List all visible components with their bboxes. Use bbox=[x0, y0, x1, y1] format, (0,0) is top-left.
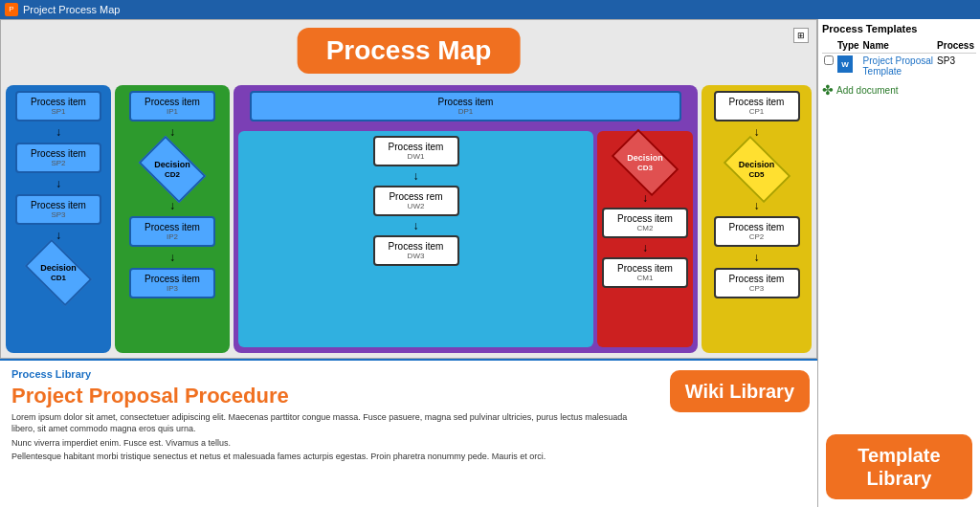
procedure-desc1: Lorem ipsum dolor sit amet, consectetuer… bbox=[11, 412, 651, 434]
expand-icon[interactable]: ⊞ bbox=[793, 28, 809, 43]
proc-label-SP2: Process item bbox=[31, 148, 86, 159]
arrow-UW2-DW3: ↓ bbox=[412, 221, 421, 231]
proc-label-SP3: Process item bbox=[31, 200, 86, 210]
proc-label-CP3: Process item bbox=[729, 274, 785, 284]
arrow-SP1-SP2: ↓ bbox=[54, 127, 63, 137]
proc-SP1[interactable]: Process item SP1 bbox=[15, 91, 101, 121]
bottom-section: Process Library Project Proposal Procedu… bbox=[0, 359, 817, 507]
swimlane-blue: Process item SP1 ↓ Process item SP2 ↓ Pr… bbox=[6, 85, 111, 353]
process-templates-title: Process Templates bbox=[822, 23, 976, 34]
proc-CP1[interactable]: Process item CP1 bbox=[714, 91, 800, 121]
proc-SP3[interactable]: Process item SP3 bbox=[15, 194, 101, 225]
diamond-shape-CD2 bbox=[139, 135, 207, 203]
process-templates-panel: Process Templates Type Name Process W Pr… bbox=[818, 19, 980, 427]
proc-id-DW3: DW3 bbox=[377, 252, 456, 260]
proc-SP2[interactable]: Process item SP2 bbox=[15, 143, 101, 173]
red-lane: DecisionCD3 ↓ Process item CM2 ↓ Process… bbox=[597, 131, 693, 347]
arrow-CD3-CM2: ↓ bbox=[640, 193, 650, 203]
proc-label-DW1: Process item bbox=[389, 142, 444, 152]
right-sidebar: Process Templates Type Name Process W Pr… bbox=[817, 19, 980, 507]
arrow-CD2-IP2: ↓ bbox=[167, 201, 177, 210]
proc-id-CM2: CM2 bbox=[606, 224, 684, 232]
procedure-desc2: Nunc viverra imperdiet enim. Fusce est. … bbox=[11, 438, 651, 448]
proc-DW1[interactable]: Process item DW1 bbox=[373, 136, 459, 166]
proc-UW2[interactable]: Process rem UW2 bbox=[373, 186, 459, 216]
content-area: Process Map ⊞ Process item SP1 ↓ Process… bbox=[0, 19, 817, 507]
add-document-link[interactable]: ✤ Add document bbox=[822, 82, 976, 98]
swimlane-purple: Process item DP1 Process item DW1 ↓ bbox=[234, 85, 698, 353]
proc-IP3[interactable]: Process item IP3 bbox=[129, 268, 215, 298]
top-bar: P Project Process Map bbox=[0, 0, 980, 19]
top-bar-title: Project Process Map bbox=[23, 4, 120, 15]
row-checkbox[interactable] bbox=[822, 54, 835, 79]
add-doc-icon: ✤ bbox=[822, 82, 834, 98]
proc-CP2[interactable]: Process item CP2 bbox=[714, 216, 800, 247]
proc-id-CM1: CM1 bbox=[606, 274, 684, 282]
proc-id-IP2: IP2 bbox=[133, 232, 212, 241]
proc-label-IP3: Process item bbox=[145, 274, 200, 284]
template-row-1: W Project Proposal Template SP3 bbox=[822, 54, 976, 79]
cyan-lane: Process item DW1 ↓ Process rem UW2 ↓ Pro… bbox=[238, 131, 593, 347]
row-name[interactable]: Project Proposal Template bbox=[861, 54, 935, 79]
template-library-label: TemplateLibrary bbox=[858, 445, 940, 489]
arrow-DW1-UW2: ↓ bbox=[412, 171, 421, 181]
col-process: Process bbox=[935, 38, 976, 54]
row-type: W bbox=[835, 54, 861, 79]
proc-DP1[interactable]: Process item DP1 bbox=[250, 91, 681, 121]
diamond-shape-CD5 bbox=[723, 135, 791, 203]
arrow-CP1-CD5: ↓ bbox=[752, 127, 762, 137]
main-layout: Process Map ⊞ Process item SP1 ↓ Process… bbox=[0, 19, 980, 507]
purple-inner: Process item DW1 ↓ Process rem UW2 ↓ Pro… bbox=[238, 131, 693, 347]
proc-DW3[interactable]: Process item DW3 bbox=[373, 235, 459, 266]
proc-id-CP1: CP1 bbox=[718, 107, 796, 116]
diamond-shape-CD1 bbox=[25, 238, 93, 306]
proc-label-CM1: Process item bbox=[617, 263, 673, 274]
process-library-content: Process Library Project Proposal Procedu… bbox=[0, 361, 662, 507]
arrow-CD5-CP2: ↓ bbox=[752, 201, 762, 210]
proc-id-CP2: CP2 bbox=[718, 232, 796, 241]
proc-id-CP3: CP3 bbox=[718, 284, 796, 293]
col-type: Type bbox=[835, 38, 861, 54]
arrow-SP2-SP3: ↓ bbox=[54, 179, 63, 188]
proc-id-SP2: SP2 bbox=[19, 159, 98, 167]
arrow-CP2-CP3: ↓ bbox=[752, 253, 762, 262]
wiki-library-button[interactable]: Wiki Library bbox=[670, 370, 810, 412]
proc-id-UW2: UW2 bbox=[377, 202, 456, 210]
doc-icon: W bbox=[837, 55, 853, 73]
diamond-CD1[interactable]: DecisionCD1 bbox=[15, 246, 101, 298]
arrow-IP1-CD2: ↓ bbox=[167, 127, 177, 137]
proc-label-UW2: Process rem bbox=[389, 191, 442, 202]
diamond-CD5[interactable]: DecisionCD5 bbox=[714, 143, 800, 195]
proc-label-DW3: Process item bbox=[389, 241, 444, 252]
proc-id-IP3: IP3 bbox=[133, 284, 212, 293]
swimlane-yellow: Process item CP1 ↓ DecisionCD5 ↓ Process… bbox=[702, 85, 812, 353]
diamond-CD3[interactable]: DecisionCD3 bbox=[602, 136, 688, 188]
proc-CP3[interactable]: Process item CP3 bbox=[714, 268, 800, 298]
proc-id-DW1: DW1 bbox=[377, 152, 456, 161]
proc-label-DP1: Process item bbox=[438, 97, 494, 107]
proc-CM2[interactable]: Process item CM2 bbox=[602, 208, 688, 238]
proc-label-CP2: Process item bbox=[729, 222, 785, 232]
proc-IP1[interactable]: Process item IP1 bbox=[129, 91, 215, 121]
app-icon: P bbox=[5, 3, 18, 16]
process-map-area: Process Map ⊞ Process item SP1 ↓ Process… bbox=[0, 19, 817, 359]
col-name: Name bbox=[861, 38, 935, 54]
procedure-desc3: Pellentesque habitant morbi tristique se… bbox=[11, 452, 651, 461]
diamond-CD2[interactable]: DecisionCD2 bbox=[129, 143, 215, 195]
proc-label-CP1: Process item bbox=[729, 97, 785, 107]
proc-id-DP1: DP1 bbox=[254, 107, 678, 116]
proc-CM1[interactable]: Process item CM1 bbox=[602, 257, 688, 288]
col-checkbox bbox=[822, 38, 835, 54]
swimlane-green: Process item IP1 ↓ DecisionCD2 ↓ Process… bbox=[115, 85, 230, 353]
procedure-heading: Project Proposal Procedure bbox=[11, 384, 651, 408]
row-process: SP3 bbox=[935, 54, 976, 79]
proc-label-IP2: Process item bbox=[145, 222, 200, 232]
process-library-label: Process Library bbox=[11, 368, 651, 380]
proc-id-SP1: SP1 bbox=[19, 107, 98, 116]
arrow-CM2-CM1: ↓ bbox=[640, 243, 650, 253]
arrow-IP2-IP3: ↓ bbox=[167, 253, 177, 262]
proc-id-IP1: IP1 bbox=[133, 107, 212, 116]
proc-IP2[interactable]: Process item IP2 bbox=[129, 216, 215, 247]
template-library-button[interactable]: TemplateLibrary bbox=[826, 434, 972, 499]
process-templates-table: Type Name Process W Project Proposal Tem… bbox=[822, 38, 976, 78]
